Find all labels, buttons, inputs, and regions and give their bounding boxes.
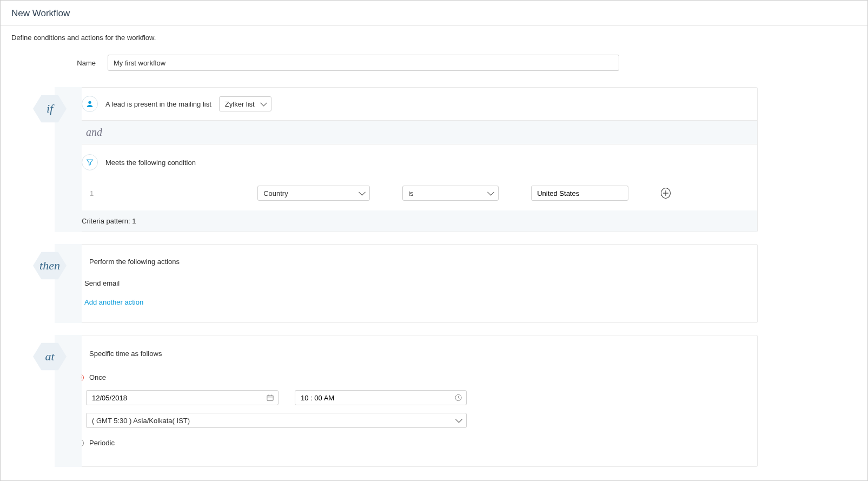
add-condition-button[interactable] bbox=[661, 188, 671, 199]
periodic-label: Periodic bbox=[89, 439, 115, 447]
action-item[interactable]: Send email bbox=[74, 274, 746, 293]
sub-description: Define conditions and actions for the wo… bbox=[1, 26, 867, 55]
at-heading: Specific time as follows bbox=[89, 350, 162, 358]
time-input[interactable] bbox=[295, 390, 467, 405]
add-another-action-link[interactable]: Add another action bbox=[74, 293, 746, 312]
svg-rect-5 bbox=[267, 396, 273, 401]
mailing-list-select[interactable]: Zylker list bbox=[219, 96, 271, 111]
page-title: New Workflow bbox=[1, 1, 867, 26]
svg-point-0 bbox=[88, 101, 91, 104]
condition-operator-select[interactable]: is bbox=[402, 186, 499, 201]
and-connector: and bbox=[71, 121, 757, 144]
lead-row: A lead is present in the mailing list Zy… bbox=[71, 88, 757, 121]
condition-field-select[interactable]: Country bbox=[257, 186, 370, 201]
filter-icon bbox=[82, 154, 98, 170]
criteria-pattern: Criteria pattern: 1 bbox=[71, 210, 757, 232]
once-label: Once bbox=[89, 373, 106, 381]
clock-small-icon[interactable] bbox=[454, 394, 462, 402]
workflow-name-input[interactable] bbox=[108, 55, 619, 71]
name-label: Name bbox=[11, 59, 108, 67]
at-section: at Specific time as follows Once bbox=[33, 335, 867, 467]
timezone-select[interactable]: ( GMT 5:30 ) Asia/Kolkata( IST) bbox=[86, 413, 467, 428]
condition-heading: Meets the following condition bbox=[105, 159, 196, 167]
lead-text: A lead is present in the mailing list bbox=[105, 100, 211, 108]
person-icon bbox=[82, 96, 98, 112]
condition-value-input[interactable] bbox=[531, 186, 628, 201]
condition-row: 1 Country is bbox=[82, 182, 746, 210]
if-section: if A lead is present in the mailing list… bbox=[33, 87, 867, 232]
then-heading: Perform the following actions bbox=[89, 258, 180, 266]
date-input[interactable] bbox=[86, 390, 279, 405]
condition-index: 1 bbox=[86, 189, 97, 197]
name-row: Name bbox=[1, 55, 867, 87]
then-section: then Perform the following actions Send … bbox=[33, 244, 867, 323]
calendar-icon[interactable] bbox=[266, 394, 274, 402]
